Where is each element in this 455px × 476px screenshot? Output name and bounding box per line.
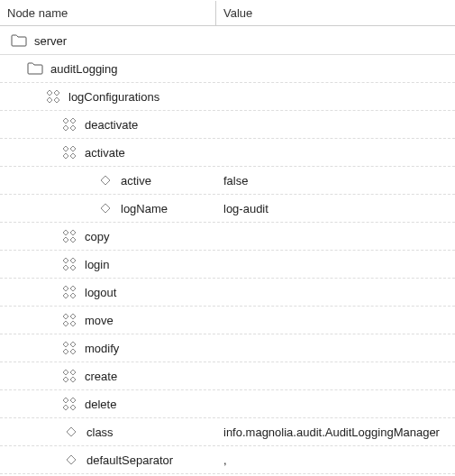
node-value-cell[interactable]: false (216, 174, 455, 188)
column-header-value[interactable]: Value (216, 1, 455, 26)
prop-icon (63, 452, 79, 468)
content-icon (61, 340, 77, 356)
tree-row[interactable]: deactivate (0, 111, 455, 139)
node-label: move (85, 314, 114, 327)
folder-icon (11, 32, 27, 49)
node-name-cell[interactable]: copy (0, 228, 216, 244)
node-name-cell[interactable]: active (0, 172, 216, 188)
node-label: logConfigurations (68, 90, 159, 104)
node-label: server (34, 34, 67, 48)
tree-row[interactable]: activefalse (0, 167, 455, 195)
content-icon (45, 88, 61, 105)
tree-row[interactable]: server (0, 27, 455, 55)
tree-row[interactable]: activate (0, 139, 455, 167)
tree-row[interactable]: auditLogging (0, 55, 455, 83)
node-label: active (121, 174, 151, 188)
node-label: copy (85, 230, 109, 243)
tree-body: serverauditLogginglogConfigurationsdeact… (0, 27, 455, 474)
tree-row[interactable]: login (0, 251, 455, 279)
tree-row[interactable]: logout (0, 279, 455, 307)
node-name-cell[interactable]: class (0, 424, 216, 440)
node-name-cell[interactable]: create (0, 368, 216, 384)
tree-row[interactable]: logNamelog-audit (0, 195, 455, 223)
node-name-cell[interactable]: delete (0, 396, 216, 412)
content-icon (61, 368, 77, 384)
column-header-row: Node name Value (0, 0, 455, 27)
column-header-name[interactable]: Node name (0, 1, 216, 26)
tree-row[interactable]: create (0, 362, 455, 390)
node-value-cell[interactable]: info.magnolia.audit.AuditLoggingManager (216, 426, 455, 439)
node-name-cell[interactable]: logConfigurations (0, 88, 216, 105)
node-name-cell[interactable]: server (0, 32, 216, 49)
content-icon (61, 144, 77, 160)
node-label: logName (121, 202, 168, 215)
node-label: defaultSeparator (86, 453, 173, 467)
content-icon (61, 396, 77, 412)
node-label: create (85, 370, 117, 383)
tree-row[interactable]: copy (0, 223, 455, 251)
prop-icon (63, 424, 79, 440)
content-icon (61, 312, 77, 328)
content-icon (61, 284, 77, 300)
node-label: auditLogging (50, 62, 117, 76)
node-label: delete (85, 398, 116, 411)
tree-row[interactable]: move (0, 307, 455, 334)
node-label: logout (85, 286, 116, 299)
node-value-cell[interactable]: log-audit (216, 202, 455, 215)
tree-row[interactable]: logConfigurations (0, 83, 455, 111)
node-name-cell[interactable]: deactivate (0, 116, 216, 133)
node-label: modify (85, 342, 119, 355)
content-icon (61, 256, 77, 272)
node-name-cell[interactable]: login (0, 256, 216, 272)
tree-row[interactable]: defaultSeparator, (0, 446, 455, 474)
node-name-cell[interactable]: defaultSeparator (0, 452, 216, 468)
tree-row[interactable]: classinfo.magnolia.audit.AuditLoggingMan… (0, 418, 455, 446)
node-name-cell[interactable]: modify (0, 340, 216, 356)
folder-icon (27, 60, 43, 77)
prop-icon (97, 200, 114, 216)
node-value-cell[interactable]: , (216, 453, 455, 467)
node-name-cell[interactable]: move (0, 312, 216, 328)
prop-icon (97, 172, 114, 188)
node-name-cell[interactable]: activate (0, 144, 216, 160)
node-label: deactivate (85, 118, 138, 132)
content-icon (61, 116, 77, 133)
content-icon (61, 228, 77, 244)
node-name-cell[interactable]: logName (0, 200, 216, 216)
node-label: class (86, 426, 114, 439)
node-name-cell[interactable]: logout (0, 284, 216, 300)
node-name-cell[interactable]: auditLogging (0, 60, 216, 77)
node-label: login (85, 258, 109, 271)
node-label: activate (85, 146, 125, 160)
tree-row[interactable]: delete (0, 390, 455, 418)
tree-row[interactable]: modify (0, 334, 455, 362)
